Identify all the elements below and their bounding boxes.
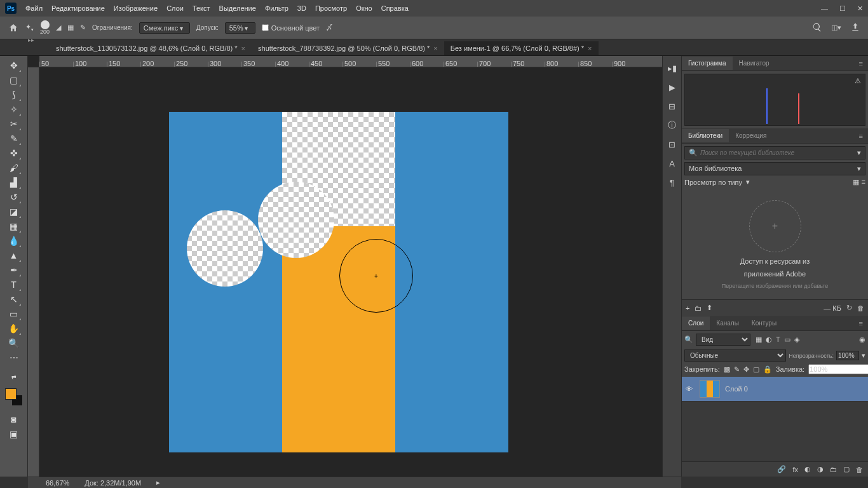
limits-select[interactable]: Смеж.пикс ▾ — [139, 22, 190, 34]
tab-layers[interactable]: Слои — [682, 316, 710, 330]
shape-tool[interactable]: ▭ — [6, 307, 22, 321]
library-dropzone[interactable]: + Доступ к ресурсам из приложений Adobe … — [682, 190, 868, 299]
eyedropper-tool[interactable]: ✎ — [6, 132, 22, 146]
close-icon[interactable]: ✕ — [857, 4, 863, 13]
opacity-input[interactable] — [836, 351, 859, 360]
list-view-icon[interactable]: ≡ — [862, 178, 865, 186]
tool-icon[interactable]: ✦▾ — [25, 23, 34, 32]
tolerance-input[interactable]: 55% ▾ — [225, 22, 255, 34]
actions-icon[interactable]: ▸▮ — [667, 62, 678, 74]
doc-tab-1[interactable]: shutterstock_1130573132.jpg @ 48,6% (Сло… — [50, 41, 252, 55]
foreground-color[interactable] — [5, 388, 17, 400]
blur-tool[interactable]: 💧 — [6, 234, 22, 248]
close-tab-icon[interactable]: × — [433, 44, 437, 52]
menu-edit[interactable]: Редактирование — [51, 4, 105, 12]
layer-filter-select[interactable]: Вид — [696, 334, 750, 346]
filter-shape-icon[interactable]: ▭ — [784, 336, 790, 344]
more-tools[interactable]: ⋯ — [6, 351, 22, 365]
brush-tool[interactable]: 🖌 — [6, 161, 22, 175]
stamp-tool[interactable]: ▟ — [6, 175, 22, 189]
doc-size[interactable]: Док: 2,32M/1,90M — [85, 479, 141, 487]
play-icon[interactable]: ▶ — [667, 81, 678, 93]
library-search-input[interactable] — [700, 149, 855, 156]
workspace-icon[interactable]: ◫▾ — [831, 24, 841, 32]
wand-tool[interactable]: ✧ — [6, 102, 22, 116]
layer-thumbnail[interactable] — [700, 380, 720, 398]
add-icon[interactable]: + — [686, 304, 689, 312]
tab-histogram[interactable]: Гистограмма — [682, 57, 733, 70]
type-tool[interactable]: T — [6, 278, 22, 292]
canvas-area[interactable]: 5010015020025030035040045050055060065070… — [28, 56, 662, 477]
panel-menu-icon[interactable]: ≡ — [854, 60, 868, 67]
eraser-tool[interactable]: ◪ — [6, 205, 22, 219]
menu-select[interactable]: Выделение — [219, 4, 256, 12]
crop-tool[interactable]: ✂ — [6, 117, 22, 131]
filter-adjust-icon[interactable]: ◐ — [766, 336, 772, 344]
document-canvas[interactable] — [169, 112, 508, 452]
menu-help[interactable]: Справка — [381, 4, 409, 12]
tab-navigator[interactable]: Навигатор — [733, 57, 776, 70]
character-icon[interactable]: ⊡ — [667, 139, 678, 150]
fill-input[interactable] — [808, 364, 868, 374]
filter-toggle[interactable]: ◉ — [859, 336, 865, 344]
library-search[interactable]: 🔍 ▾ — [684, 146, 865, 159]
tab-paths[interactable]: Контуры — [745, 316, 783, 330]
share-icon[interactable] — [850, 22, 860, 34]
blend-mode-select[interactable]: Обычные — [684, 349, 786, 362]
zoom-level[interactable]: 66,67% — [46, 479, 69, 487]
zoom-tool[interactable]: 🔍 — [6, 336, 22, 350]
properties-icon[interactable]: ⊟ — [667, 100, 678, 112]
move-tool[interactable]: ✥ — [6, 58, 22, 72]
warning-icon[interactable]: ⚠ — [855, 77, 861, 85]
chevron-down-icon[interactable]: ▾ — [857, 149, 861, 157]
panel-menu-icon[interactable]: ≡ — [854, 320, 868, 327]
layer-item[interactable]: 👁 Слой 0 — [682, 377, 868, 402]
layer-name[interactable]: Слой 0 — [725, 385, 748, 393]
menu-window[interactable]: Окно — [356, 4, 372, 12]
search-icon[interactable] — [812, 22, 822, 34]
lock-position-icon[interactable]: ✥ — [743, 365, 749, 374]
link-icon[interactable]: 🔗 — [777, 465, 786, 473]
tab-libraries[interactable]: Библиотеки — [682, 129, 729, 142]
info-icon[interactable]: ⓘ — [667, 119, 678, 131]
screenmode-icon[interactable]: ▣ — [6, 427, 22, 441]
lasso-tool[interactable]: ⟆ — [6, 88, 22, 102]
doc-tab-2[interactable]: shutterstock_788738392.jpg @ 50% (Слой 0… — [252, 41, 444, 55]
swap-colors-icon[interactable]: ⇄ — [6, 370, 22, 384]
view-by-label[interactable]: Просмотр по типу — [684, 179, 742, 186]
glyph-icon[interactable]: A — [667, 158, 678, 169]
menu-type[interactable]: Текст — [193, 4, 210, 12]
tab-adjustments[interactable]: Коррекция — [729, 129, 773, 142]
fx-icon[interactable]: fx — [792, 466, 798, 473]
menu-layer[interactable]: Слои — [166, 4, 184, 12]
pen-tool[interactable]: ✒ — [6, 263, 22, 277]
menu-filter[interactable]: Фильтр — [265, 4, 288, 12]
brush-preview[interactable]: 200 — [40, 20, 50, 35]
heal-tool[interactable]: ✜ — [6, 146, 22, 160]
maximize-icon[interactable]: ☐ — [839, 4, 846, 13]
menu-3d[interactable]: 3D — [297, 4, 306, 12]
delete-icon[interactable]: 🗑 — [856, 466, 863, 473]
doc-tab-3[interactable]: Без имени-1 @ 66,7% (Слой 0, RGB/8#) *× — [444, 41, 599, 55]
gradient-tool[interactable]: ▦ — [6, 219, 22, 233]
grid-view-icon[interactable]: ▦ — [853, 178, 859, 186]
hand-tool[interactable]: ✋ — [6, 322, 22, 336]
visibility-icon[interactable]: 👁 — [686, 385, 695, 393]
panel-menu-icon[interactable]: ≡ — [854, 132, 868, 140]
group-icon[interactable]: 🗀 — [830, 466, 837, 473]
filter-smart-icon[interactable]: ◈ — [794, 336, 799, 344]
menu-view[interactable]: Просмотр — [315, 4, 347, 12]
paragraph-icon[interactable]: ¶ — [667, 177, 678, 188]
marquee-tool[interactable]: ▢ — [6, 73, 22, 87]
main-color-checkbox[interactable]: Основной цвет — [262, 24, 320, 32]
home-icon[interactable] — [8, 22, 19, 34]
lock-paint-icon[interactable]: ✎ — [734, 365, 740, 374]
menu-file[interactable]: Файл — [25, 4, 43, 12]
pressure-icon[interactable]: 〆 — [326, 23, 333, 32]
collapse-toolbar-icon[interactable]: ▸▸ — [28, 37, 34, 43]
filter-type-icon[interactable]: T — [776, 336, 780, 344]
color-swatches[interactable] — [5, 388, 23, 406]
tab-channels[interactable]: Каналы — [710, 316, 745, 330]
brush-panel-icon[interactable]: ▦ — [67, 24, 74, 32]
quickmask-icon[interactable]: ◙ — [6, 412, 22, 426]
